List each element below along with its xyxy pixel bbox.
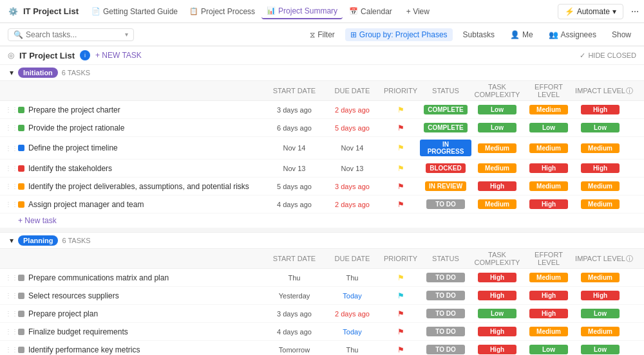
table-row[interactable]: ⋮⋮ Finalize budget requirements 4 days a… xyxy=(0,323,644,341)
task-start-date: 4 days ago xyxy=(265,201,323,208)
task-priority-flag: ⚑ xyxy=(381,291,420,300)
project-header: ◎ IT Project List i + NEW TASK ✓ HIDE CL… xyxy=(0,46,644,65)
task-start-date: 6 days ago xyxy=(265,124,323,132)
section-toggle-planning[interactable]: ▾ xyxy=(5,236,18,245)
tab-calendar[interactable]: 📅Calendar xyxy=(344,4,397,19)
task-status-badge: TO DO xyxy=(420,327,471,336)
task-status-badge: TO DO xyxy=(420,199,471,209)
tab-icon-calendar: 📅 xyxy=(349,7,358,15)
task-color-dot xyxy=(18,107,24,113)
task-priority-flag: ⚑ xyxy=(381,123,420,132)
task-complexity-badge: Medium xyxy=(471,199,523,209)
assignees-button[interactable]: 👥 Assignees xyxy=(544,28,601,41)
automate-button[interactable]: ⚡ Automate ▾ xyxy=(558,4,623,19)
drag-handle: ⋮⋮ xyxy=(5,124,15,131)
task-impact-badge: Medium xyxy=(574,273,626,282)
settings-icon[interactable]: ⚙️ xyxy=(5,4,21,19)
tab-view[interactable]: + View xyxy=(399,4,435,19)
assignees-icon: 👥 xyxy=(549,30,558,39)
task-effort-badge: High xyxy=(523,309,574,318)
task-complexity-badge: Low xyxy=(471,309,523,318)
task-due-date: 5 days ago xyxy=(323,124,381,132)
task-complexity-badge: Medium xyxy=(471,143,523,153)
col-status-label: STATUS xyxy=(420,87,471,95)
task-color-dot xyxy=(18,145,24,151)
task-start-date: Thu xyxy=(265,274,323,282)
tab-getting-started[interactable]: 📄Getting Started Guide xyxy=(86,4,183,19)
col-priority-label: PRIORITY xyxy=(381,255,420,262)
task-complexity-badge: High xyxy=(471,345,523,354)
new-task-button-initiation[interactable]: + New task xyxy=(0,214,644,228)
task-impact-badge: High xyxy=(574,291,626,300)
tab-project-summary[interactable]: 📊Project Summary xyxy=(261,4,343,19)
task-impact-badge: High xyxy=(574,105,626,114)
task-name: Identify performance key metrics xyxy=(28,345,265,354)
tab-project-process[interactable]: 📋Project Process xyxy=(184,4,260,19)
task-due-date: 2 days ago xyxy=(323,201,381,208)
search-box[interactable]: 🔍 ▾ xyxy=(8,28,134,41)
task-effort-badge: High xyxy=(523,291,574,300)
table-row[interactable]: ⋮⋮ Prepare communications matrix and pla… xyxy=(0,269,644,287)
search-input[interactable] xyxy=(26,30,122,39)
section-header-planning: ▾ Planning 6 TASKS xyxy=(0,233,644,249)
table-row[interactable]: ⋮⋮ Assign project manager and team 4 day… xyxy=(0,196,644,214)
col-more: ⓘ xyxy=(626,86,639,96)
task-name: Assign project manager and team xyxy=(28,200,265,209)
task-due-date: 2 days ago xyxy=(323,310,381,318)
task-effort-badge: Medium xyxy=(523,273,574,282)
table-row[interactable]: ⋮⋮ Identify the stakeholders Nov 13 Nov … xyxy=(0,159,644,178)
task-color-dot xyxy=(18,183,24,190)
table-row[interactable]: ⋮⋮ Provide the project rationale 6 days … xyxy=(0,119,644,137)
task-complexity-badge: High xyxy=(471,273,523,282)
task-effort-badge: High xyxy=(523,199,574,209)
task-due-date: Today xyxy=(323,328,381,336)
table-row[interactable]: ⋮⋮ Prepare project plan 3 days ago 2 day… xyxy=(0,305,644,323)
filter-button[interactable]: ⧖ Filter xyxy=(305,28,340,41)
table-row[interactable]: ⋮⋮ Identify performance key metrics Tomo… xyxy=(0,341,644,355)
drag-handle: ⋮⋮ xyxy=(5,145,15,152)
task-effort-badge: Low xyxy=(523,345,574,354)
task-complexity-badge: High xyxy=(471,181,523,191)
col-due-label: DUE DATE xyxy=(323,87,381,95)
section-toggle-initiation[interactable]: ▾ xyxy=(5,68,18,77)
table-row[interactable]: ⋮⋮ Identify the project deliverables, as… xyxy=(0,178,644,196)
table-row[interactable]: ⋮⋮ Select resources suppliers Yesterday … xyxy=(0,287,644,305)
task-status-badge: IN PROGRESS xyxy=(420,140,471,156)
top-nav: ⚙️ IT Project List 📄Getting Started Guid… xyxy=(0,0,644,23)
show-button[interactable]: Show xyxy=(607,28,636,41)
drag-handle: ⋮⋮ xyxy=(5,310,15,317)
task-impact-badge: Low xyxy=(574,123,626,132)
col-start-label: START DATE xyxy=(265,87,323,95)
info-icon[interactable]: i xyxy=(80,50,90,60)
task-name: Define the project timeline xyxy=(28,143,265,152)
task-color-dot xyxy=(18,275,24,281)
task-effort-badge: Medium xyxy=(523,181,574,191)
table-row[interactable]: ⋮⋮ Define the project timeline Nov 14 No… xyxy=(0,137,644,159)
task-impact-badge: Medium xyxy=(574,181,626,191)
group-by-button[interactable]: ⊞ Group by: Project Phases xyxy=(345,28,453,41)
task-status-badge: COMPLETE xyxy=(420,105,471,114)
share-button[interactable]: ⋯ xyxy=(631,7,639,16)
table-row[interactable]: ⋮⋮ Prepare the project charter 3 days ag… xyxy=(0,101,644,119)
task-due-date: Nov 13 xyxy=(323,165,381,172)
subtasks-button[interactable]: Subtasks xyxy=(458,28,500,41)
task-status-badge: TO DO xyxy=(420,309,471,318)
phase-badge-planning: Planning xyxy=(18,235,58,246)
new-task-header-button[interactable]: + NEW TASK xyxy=(95,51,142,60)
task-complexity-badge: Low xyxy=(471,123,523,132)
toolbar: 🔍 ▾ ⧖ Filter ⊞ Group by: Project Phases … xyxy=(0,23,644,46)
me-button[interactable]: 👤 Me xyxy=(505,28,538,41)
col-start-label: START DATE xyxy=(265,255,323,262)
main-content: ◎ IT Project List i + NEW TASK ✓ HIDE CL… xyxy=(0,46,644,355)
tab-icon-project-process: 📋 xyxy=(189,7,198,15)
task-name: Identify the stakeholders xyxy=(28,164,265,173)
project-title: IT Project List xyxy=(23,6,79,16)
task-color-dot xyxy=(18,329,24,335)
drag-handle: ⋮⋮ xyxy=(5,183,15,190)
col-priority-label: PRIORITY xyxy=(381,87,420,95)
hide-closed-button[interactable]: ✓ HIDE CLOSED xyxy=(580,51,636,60)
task-start-date: Yesterday xyxy=(265,292,323,300)
task-priority-flag: ⚑ xyxy=(381,200,420,209)
task-priority-flag: ⚑ xyxy=(381,143,420,152)
drag-handle: ⋮⋮ xyxy=(5,346,15,353)
